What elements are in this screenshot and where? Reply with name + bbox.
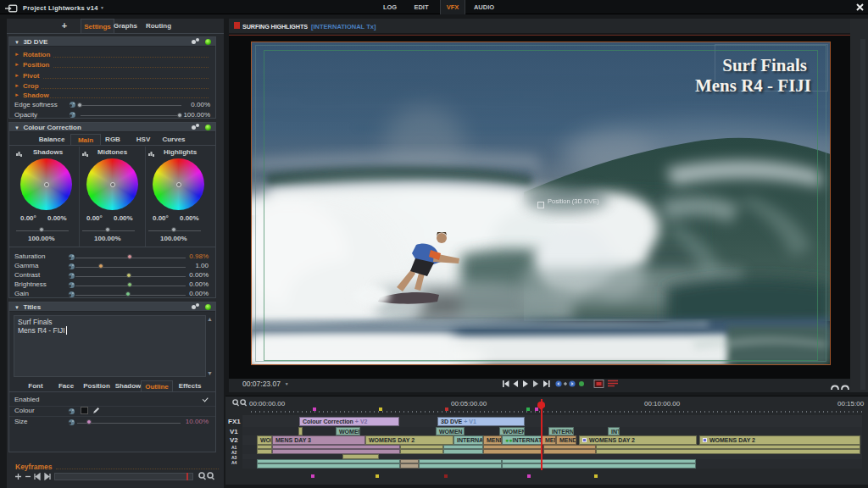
- svg-text:Mens R4 - FIJI: Mens R4 - FIJI: [695, 75, 811, 96]
- svg-text:Position (3D DVE): Position (3D DVE): [548, 197, 599, 205]
- svg-text:Surf Finals: Surf Finals: [722, 55, 807, 75]
